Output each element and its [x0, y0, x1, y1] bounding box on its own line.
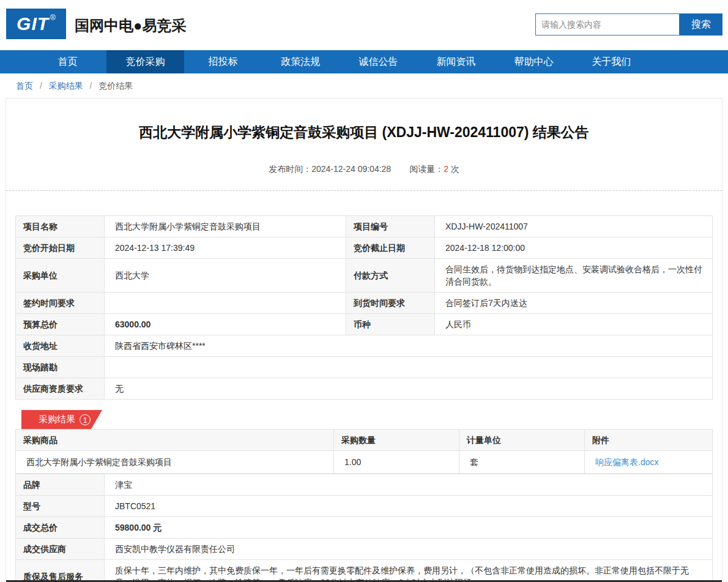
info-value: 西北大学	[105, 259, 346, 293]
result-count-badge: 1	[80, 414, 91, 425]
article-meta: 发布时间：2024-12-24 09:04:28阅读量：2 次	[6, 164, 722, 175]
table-row: 成交供应商 西安凯中教学仪器有限责任公司	[16, 539, 713, 560]
product-quantity: 1.00	[334, 451, 459, 474]
col-header-quantity: 采购数量	[334, 430, 459, 451]
table-row: 成交总价 59800.00 元	[16, 517, 713, 539]
main-nav: 首页 竞价采购 招投标 政策法规 诚信公告 新闻资讯 帮助中心 关于我们	[0, 50, 728, 73]
table-header-row: 采购商品 采购数量 计量单位 附件	[16, 430, 713, 451]
table-row: 供应商资质要求 无	[16, 378, 713, 400]
model-value: JBTC0521	[105, 496, 713, 517]
info-value: 西北大学附属小学紫铜定音鼓采购项目	[105, 216, 346, 237]
info-label: 签约时间要求	[16, 293, 105, 314]
table-row: 现场踏勘	[16, 357, 713, 378]
info-label: 采购单位	[16, 259, 105, 293]
logo-git-text: GIT	[17, 13, 49, 34]
info-value: 人民币	[435, 314, 713, 335]
result-detail-table: 品牌 津宝 型号 JBTC0521 成交总价 59800.00 元 成交供应商 …	[15, 474, 713, 582]
nav-item-about-us[interactable]: 关于我们	[573, 50, 650, 73]
nav-item-integrity-notice[interactable]: 诚信公告	[340, 50, 417, 73]
table-row: 竞价开始日期 2024-12-13 17:39:49 竞价截止日期 2024-1…	[16, 237, 713, 259]
product-table: 采购商品 采购数量 计量单位 附件 西北大学附属小学紫铜定音鼓采购项目 1.00…	[15, 429, 713, 474]
info-label: 付款方式	[346, 259, 435, 293]
detail-label: 质保及售后服务	[16, 560, 105, 582]
site-name: 国网中电●易竞采	[75, 16, 187, 35]
views-unit: 次	[451, 164, 459, 174]
info-label: 收货地址	[16, 335, 105, 357]
info-label: 项目名称	[16, 216, 105, 237]
table-row: 收货地址 陕西省西安市碑林区****	[16, 335, 713, 357]
breadcrumb: 首页 / 采购结果 / 竞价结果	[0, 73, 728, 98]
views-count: 2	[444, 164, 448, 174]
nav-item-bidding-purchase[interactable]: 竞价采购	[106, 50, 184, 73]
search-bar: 搜索	[535, 13, 722, 35]
info-value: 2024-12-13 17:39:49	[105, 237, 346, 259]
info-value	[105, 293, 346, 314]
table-row: 采购单位 西北大学 付款方式 合同生效后，待货物到达指定地点、安装调试验收合格后…	[16, 259, 713, 293]
deal-total-price-value: 59800.00 元	[105, 517, 713, 539]
table-row: 西北大学附属小学紫铜定音鼓采购项目 1.00 套 响应偏离表.docx	[16, 451, 713, 474]
result-tag-label: 采购结果	[39, 414, 75, 425]
info-label: 供应商资质要求	[16, 378, 105, 400]
info-value: 合同签订后7天内送达	[435, 293, 713, 314]
dashed-divider	[6, 190, 722, 191]
info-label: 项目编号	[346, 216, 435, 237]
logo-registered-icon: ®	[50, 13, 56, 22]
info-value: XDJJ-HW-202411007	[435, 216, 713, 237]
info-value: 陕西省西安市碑林区****	[105, 335, 713, 357]
search-input[interactable]	[535, 13, 680, 35]
info-label: 竞价开始日期	[16, 237, 105, 259]
views-label: 阅读量：	[409, 164, 444, 174]
detail-label: 成交总价	[16, 517, 105, 539]
table-row: 签约时间要求 到货时间要求 合同签订后7天内送达	[16, 293, 713, 314]
search-button[interactable]: 搜索	[680, 13, 722, 35]
info-label: 现场踏勘	[16, 357, 105, 378]
brand-value: 津宝	[105, 474, 713, 496]
detail-label: 品牌	[16, 474, 105, 496]
page: GIT ® 国网中电●易竞采 搜索 首页 竞价采购 招投标 政策法规 诚信公告 …	[0, 0, 728, 582]
detail-label: 型号	[16, 496, 105, 517]
product-name: 西北大学附属小学紫铜定音鼓采购项目	[16, 451, 334, 474]
nav-item-policies[interactable]: 政策法规	[262, 50, 340, 73]
table-row: 预算总价 63000.00 币种 人民币	[16, 314, 713, 335]
col-header-product: 采购商品	[16, 430, 334, 451]
site-logo[interactable]: GIT ®	[6, 9, 66, 39]
budget-total-value: 63000.00	[105, 314, 346, 335]
table-row: 型号 JBTC0521	[16, 496, 713, 517]
table-row: 质保及售后服务 质保十年，三年内维护，其中免费质保一年，一年后有需更换零配件及维…	[16, 560, 713, 582]
winning-supplier-value: 西安凯中教学仪器有限责任公司	[105, 539, 713, 560]
info-label: 到货时间要求	[346, 293, 435, 314]
breadcrumb-separator: /	[40, 81, 42, 91]
info-label: 预算总价	[16, 314, 105, 335]
info-label: 竞价截止日期	[346, 237, 435, 259]
site-header: GIT ® 国网中电●易竞采 搜索	[0, 0, 728, 50]
breadcrumb-current: 竞价结果	[98, 81, 133, 91]
project-info-table: 项目名称 西北大学附属小学紫铜定音鼓采购项目 项目编号 XDJJ-HW-2024…	[15, 215, 713, 400]
info-value: 2024-12-18 12:00:00	[435, 237, 713, 259]
nav-item-help-center[interactable]: 帮助中心	[495, 50, 573, 73]
warranty-service-value: 质保十年，三年内维护，其中免费质保一年，一年后有需更换零配件及维护保养，费用另计…	[105, 560, 713, 582]
col-header-unit: 计量单位	[459, 430, 585, 451]
nav-item-home[interactable]: 首页	[29, 50, 106, 73]
col-header-attachment: 附件	[585, 430, 713, 451]
publish-time-label: 发布时间：	[269, 164, 311, 174]
breadcrumb-purchase-results[interactable]: 采购结果	[49, 81, 83, 91]
breadcrumb-separator: /	[90, 81, 92, 91]
table-row: 品牌 津宝	[16, 474, 713, 496]
attachment-link[interactable]: 响应偏离表.docx	[595, 457, 658, 467]
nav-item-news[interactable]: 新闻资讯	[417, 50, 495, 73]
info-value: 合同生效后，待货物到达指定地点、安装调试验收合格后，一次性付清合同货款。	[435, 259, 713, 293]
table-row: 项目名称 西北大学附属小学紫铜定音鼓采购项目 项目编号 XDJJ-HW-2024…	[16, 216, 713, 237]
info-label: 币种	[346, 314, 435, 335]
result-section-tag: 采购结果 1	[21, 410, 102, 429]
nav-item-tendering[interactable]: 招投标	[184, 50, 262, 73]
info-value	[105, 357, 713, 378]
breadcrumb-home[interactable]: 首页	[16, 81, 33, 91]
content-panel: 西北大学附属小学紫铜定音鼓采购项目 (XDJJ-HW-202411007) 结果…	[6, 98, 722, 582]
info-value: 无	[105, 378, 713, 400]
product-unit: 套	[459, 451, 585, 474]
page-title: 西北大学附属小学紫铜定音鼓采购项目 (XDJJ-HW-202411007) 结果…	[6, 123, 722, 142]
publish-time-value: 2024-12-24 09:04:28	[311, 164, 391, 174]
detail-label: 成交供应商	[16, 539, 105, 560]
